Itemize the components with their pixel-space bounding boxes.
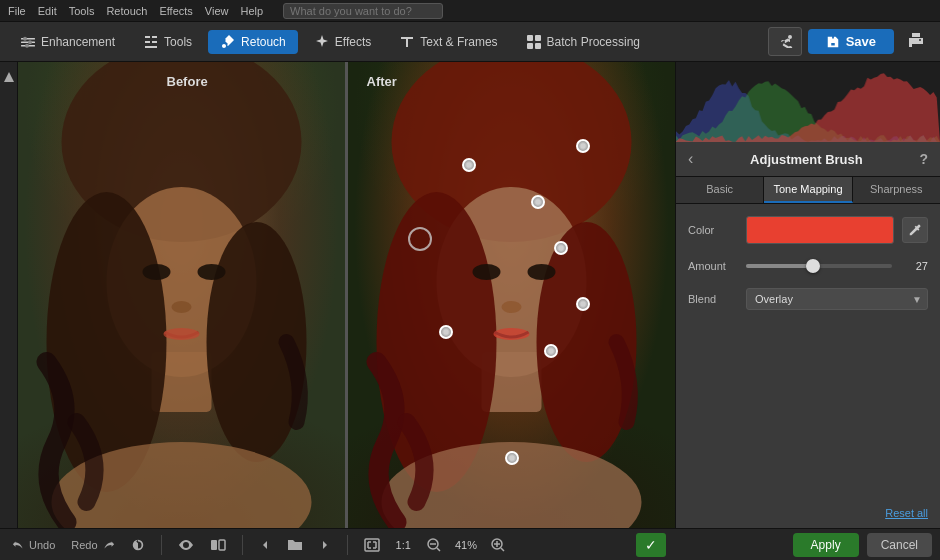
zoom-plus-button[interactable] xyxy=(487,536,509,554)
after-image xyxy=(348,62,675,528)
confirm-check-button[interactable]: ✓ xyxy=(636,533,666,557)
brush-point-empty[interactable] xyxy=(408,227,432,251)
save-button[interactable]: Save xyxy=(808,29,894,54)
tab-sharpness[interactable]: Sharpness xyxy=(853,177,940,203)
redo-button[interactable]: Redo xyxy=(67,536,118,554)
rotate-button[interactable] xyxy=(127,536,149,554)
blend-dropdown[interactable]: Normal Overlay Multiply Screen Soft Ligh… xyxy=(746,288,928,310)
help-button[interactable]: ? xyxy=(919,151,928,167)
amount-label: Amount xyxy=(688,260,738,272)
adjustment-tabs: Basic Tone Mapping Sharpness xyxy=(676,177,940,204)
fit-button[interactable] xyxy=(360,536,384,554)
retouch-button[interactable]: Retouch xyxy=(208,30,298,54)
menu-edit[interactable]: Edit xyxy=(38,5,57,17)
batch-icon xyxy=(526,34,542,50)
share-icon xyxy=(777,32,793,48)
eye-button[interactable] xyxy=(174,536,198,554)
eyedropper-icon xyxy=(908,223,922,237)
next-button[interactable] xyxy=(315,537,335,553)
color-label: Color xyxy=(688,224,738,236)
reset-all-button[interactable]: Reset all xyxy=(885,507,928,519)
sliders-icon xyxy=(20,34,36,50)
blend-control-row: Blend Normal Overlay Multiply Screen Sof… xyxy=(688,288,928,310)
color-control-row: Color xyxy=(688,216,928,244)
rotate-icon xyxy=(131,538,145,552)
enhancement-button[interactable]: Enhancement xyxy=(8,30,127,54)
brush-point-5[interactable] xyxy=(439,325,453,339)
svg-rect-9 xyxy=(535,43,541,49)
before-label: Before xyxy=(167,74,208,89)
svg-point-4 xyxy=(28,40,32,44)
before-image xyxy=(18,62,345,528)
zoom-percent: 41% xyxy=(453,539,479,551)
prev-button[interactable] xyxy=(255,537,275,553)
menu-file[interactable]: File xyxy=(8,5,26,17)
brush-point-1[interactable] xyxy=(462,158,476,172)
svg-rect-7 xyxy=(535,35,541,41)
undo-button[interactable]: Undo xyxy=(8,536,59,554)
color-swatch[interactable] xyxy=(746,216,894,244)
compare-button[interactable] xyxy=(206,536,230,554)
left-tool-arrow[interactable] xyxy=(2,70,16,84)
tab-tone-mapping[interactable]: Tone Mapping xyxy=(764,177,852,203)
cancel-button[interactable]: Cancel xyxy=(867,533,932,557)
svg-line-40 xyxy=(501,548,504,551)
brush-point-3[interactable] xyxy=(554,241,568,255)
brush-icon xyxy=(220,34,236,50)
batch-processing-button[interactable]: Batch Processing xyxy=(514,30,652,54)
folder-button[interactable] xyxy=(283,536,307,554)
svg-rect-32 xyxy=(219,540,225,550)
folder-icon xyxy=(287,538,303,552)
zoom-label: 1:1 xyxy=(392,539,415,551)
menu-view[interactable]: View xyxy=(205,5,229,17)
blend-dropdown-container: Normal Overlay Multiply Screen Soft Ligh… xyxy=(746,288,928,310)
share-button[interactable] xyxy=(768,27,802,56)
print-icon xyxy=(908,32,924,48)
amount-control-row: Amount 27 xyxy=(688,258,928,274)
svg-rect-31 xyxy=(211,540,217,550)
print-button[interactable] xyxy=(900,28,932,55)
undo-icon xyxy=(12,538,26,552)
brush-point-4[interactable] xyxy=(531,195,545,209)
tab-basic[interactable]: Basic xyxy=(676,177,764,203)
canvas-area: Before After xyxy=(18,62,675,528)
redo-icon xyxy=(101,538,115,552)
text-icon xyxy=(399,34,415,50)
apply-button[interactable]: Apply xyxy=(793,533,859,557)
eye-icon xyxy=(178,538,194,552)
svg-rect-6 xyxy=(527,35,533,41)
eyedropper-button[interactable] xyxy=(902,217,928,243)
histogram xyxy=(676,62,940,142)
adjustment-controls: Color Amount 27 Blend xyxy=(676,204,940,502)
text-frames-button[interactable]: Text & Frames xyxy=(387,30,509,54)
amount-slider-container xyxy=(746,258,892,274)
adjustment-brush-header: ‹ Adjustment Brush ? xyxy=(676,142,940,177)
menu-help[interactable]: Help xyxy=(240,5,263,17)
amount-slider-track[interactable] xyxy=(746,264,892,268)
search-input[interactable] xyxy=(283,3,443,19)
adjustment-brush-title: Adjustment Brush xyxy=(750,152,863,167)
amount-slider-thumb[interactable] xyxy=(806,259,820,273)
toolbar: Enhancement Tools Retouch Effects Text &… xyxy=(0,22,940,62)
zoom-minus-button[interactable] xyxy=(423,536,445,554)
split-divider[interactable] xyxy=(345,62,348,528)
back-button[interactable]: ‹ xyxy=(688,150,693,168)
bottom-bar: Undo Redo 1:1 41% ✓ Apply Canc xyxy=(0,528,940,560)
tools-button[interactable]: Tools xyxy=(131,30,204,54)
brush-point-6[interactable] xyxy=(544,344,558,358)
tools-icon xyxy=(143,34,159,50)
prev-icon xyxy=(259,539,271,551)
svg-rect-8 xyxy=(527,43,533,49)
after-label: After xyxy=(367,74,397,89)
brush-point-8[interactable] xyxy=(505,451,519,465)
effects-button[interactable]: Effects xyxy=(302,30,383,54)
reset-all-container: Reset all xyxy=(676,502,940,528)
menu-effects[interactable]: Effects xyxy=(159,5,192,17)
brush-point-2[interactable] xyxy=(576,139,590,153)
svg-rect-33 xyxy=(365,539,379,551)
sparkle-icon xyxy=(314,34,330,50)
menu-tools[interactable]: Tools xyxy=(69,5,95,17)
menu-retouch[interactable]: Retouch xyxy=(106,5,147,17)
svg-line-36 xyxy=(437,548,440,551)
brush-point-7[interactable] xyxy=(576,297,590,311)
